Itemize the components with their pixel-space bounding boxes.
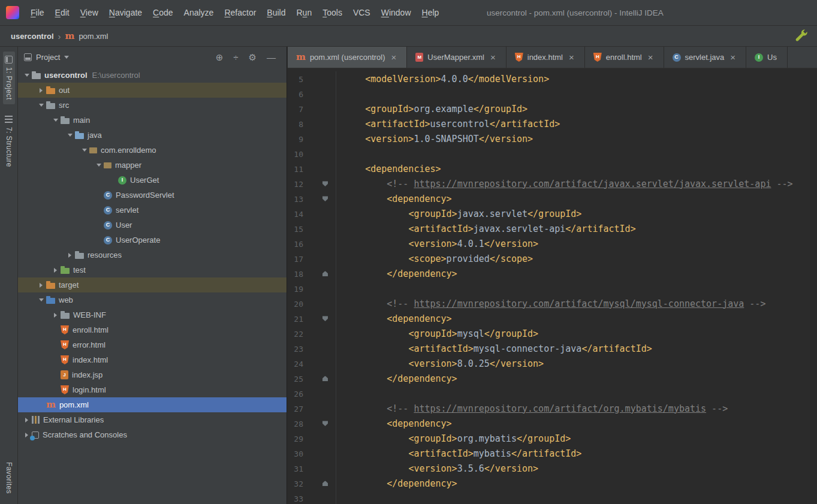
settings-button[interactable]: ⚙ <box>249 53 257 62</box>
tree-item-java[interactable]: java <box>18 128 287 143</box>
breadcrumb-file[interactable]: pom.xml <box>79 32 108 41</box>
menu-build[interactable]: Build <box>261 5 291 20</box>
tree-item-resources[interactable]: resources <box>18 248 287 262</box>
line-number: 26 <box>294 389 303 398</box>
fold-marker-icon[interactable] <box>322 421 328 426</box>
line-number: 29 <box>294 434 303 443</box>
gutter: 8 <box>288 116 336 131</box>
folder-excluded-icon <box>46 86 55 94</box>
line-number: 13 <box>294 194 303 203</box>
stripe-tab-structure[interactable]: 7: Structure <box>3 111 15 171</box>
mapper-xml-icon: M <box>415 53 423 62</box>
chevron-right-icon[interactable] <box>65 253 75 258</box>
chevron-down-icon[interactable] <box>36 104 46 107</box>
tree-item-user[interactable]: CUser <box>18 218 287 233</box>
code-editor[interactable]: 5 <modelVersion>4.0.0</modelVersion>67 <… <box>288 68 817 504</box>
chevron-right-icon[interactable] <box>36 88 46 93</box>
tab-usermapper-xml[interactable]: MUserMapper.xml× <box>407 47 506 68</box>
chevron-down-icon[interactable] <box>79 149 89 152</box>
menu-help[interactable]: Help <box>417 5 445 20</box>
menu-navigate[interactable]: Navigate <box>104 5 147 20</box>
close-icon[interactable]: × <box>490 52 496 62</box>
menu-code[interactable]: Code <box>147 5 178 20</box>
tree-item-useroperate[interactable]: CUserOperate <box>18 233 287 248</box>
chevron-down-icon[interactable] <box>36 298 46 301</box>
tree-item-main[interactable]: main <box>18 113 287 128</box>
menu-analyze[interactable]: Analyze <box>179 5 219 20</box>
close-icon[interactable]: × <box>569 52 574 62</box>
chevron-right-icon[interactable] <box>36 283 46 288</box>
fold-marker-icon[interactable] <box>322 271 328 276</box>
tree-item-label: PasswordServlet <box>116 191 174 200</box>
tree-item-label: main <box>73 116 90 125</box>
breadcrumb-project[interactable]: usercontrol <box>11 32 54 41</box>
tree-item-web-inf[interactable]: WEB-INF <box>18 307 287 322</box>
fold-marker-icon[interactable] <box>322 316 328 321</box>
fold-marker-icon[interactable] <box>322 181 328 186</box>
tree-item-web[interactable]: web <box>18 292 287 307</box>
html-icon: H <box>61 325 69 334</box>
tree-item-index-html[interactable]: Hindex.html <box>18 352 287 367</box>
menu-view[interactable]: View <box>75 5 104 20</box>
chevron-down-icon[interactable] <box>65 134 75 137</box>
gutter: 30 <box>288 446 336 461</box>
chevron-right-icon[interactable] <box>50 313 61 318</box>
gutter: 7 <box>288 101 336 116</box>
tab-index-html[interactable]: Hindex.html× <box>507 47 585 68</box>
panel-title[interactable]: Project <box>36 53 60 62</box>
close-icon[interactable]: × <box>730 52 735 62</box>
wrench-icon[interactable] <box>794 29 809 43</box>
project-tree: usercontrolE:\usercontroloutsrcmainjavac… <box>18 67 287 442</box>
tree-item-mapper[interactable]: mapper <box>18 158 287 173</box>
chevron-right-icon[interactable] <box>22 418 32 422</box>
tree-item-index-jsp[interactable]: Jindex.jsp <box>18 367 287 382</box>
tab-pom-xml-usercontrol[interactable]: mpom.xml (usercontrol)× <box>288 47 407 68</box>
tab-us[interactable]: IUs <box>746 47 788 68</box>
tree-item-usercontrol[interactable]: usercontrolE:\usercontrol <box>18 68 287 83</box>
collapse-all-button[interactable]: ÷ <box>233 53 238 62</box>
menu-run[interactable]: Run <box>291 5 317 20</box>
tree-item-out[interactable]: out <box>18 83 287 98</box>
tree-item-enroll-html[interactable]: Henroll.html <box>18 322 287 337</box>
chevron-right-icon[interactable] <box>50 268 61 273</box>
chevron-down-icon[interactable] <box>22 74 32 77</box>
tree-item-label: servlet <box>116 206 138 215</box>
tree-item-servlet[interactable]: Cservlet <box>18 203 287 218</box>
tree-item-error-html[interactable]: Herror.html <box>18 337 287 352</box>
menu-tools[interactable]: Tools <box>317 5 348 20</box>
tree-item-external-libraries[interactable]: External Libraries <box>18 412 287 427</box>
menu-vcs[interactable]: VCS <box>348 5 376 20</box>
chevron-down-icon[interactable] <box>94 164 104 167</box>
tree-item-passwordservlet[interactable]: CPasswordServlet <box>18 188 287 203</box>
menu-window[interactable]: Window <box>376 5 417 20</box>
line-number: 25 <box>294 374 303 383</box>
menu-refactor[interactable]: Refactor <box>219 5 261 20</box>
tree-item-com-enrolldemo[interactable]: com.enrolldemo <box>18 143 287 158</box>
tree-item-scratches-and-consoles[interactable]: Scratches and Consoles <box>18 427 287 442</box>
code-line: <modelVersion>4.0.0</modelVersion> <box>336 74 549 84</box>
tree-item-login-html[interactable]: Hlogin.html <box>18 382 287 397</box>
close-icon[interactable]: × <box>648 52 653 62</box>
tree-item-target[interactable]: target <box>18 277 287 292</box>
chevron-down-icon[interactable] <box>64 56 69 59</box>
menu-file[interactable]: File <box>25 5 50 20</box>
tree-item-src[interactable]: src <box>18 98 287 113</box>
tab-enroll-html[interactable]: Henroll.html× <box>585 47 664 68</box>
stripe-tab-favorites[interactable]: Favorites <box>3 458 15 498</box>
tab-servlet-java[interactable]: Cservlet.java× <box>664 47 747 68</box>
close-icon[interactable]: × <box>391 52 397 62</box>
interface-icon: I <box>755 53 763 62</box>
tree-item-label: resources <box>88 251 122 259</box>
chevron-down-icon[interactable] <box>50 119 61 122</box>
tree-item-userget[interactable]: IUserGet <box>18 173 287 188</box>
tree-item-pom-xml[interactable]: mpom.xml <box>18 397 287 412</box>
fold-marker-icon[interactable] <box>322 376 328 381</box>
hide-button[interactable]: — <box>267 53 276 62</box>
menu-edit[interactable]: Edit <box>50 5 75 20</box>
folder-icon <box>61 116 70 124</box>
stripe-tab-project[interactable]: 1: Project <box>3 52 15 104</box>
tree-item-test[interactable]: test <box>18 262 287 277</box>
fold-marker-icon[interactable] <box>322 481 328 486</box>
fold-marker-icon[interactable] <box>322 196 328 201</box>
locate-button[interactable]: ⊕ <box>216 53 224 62</box>
